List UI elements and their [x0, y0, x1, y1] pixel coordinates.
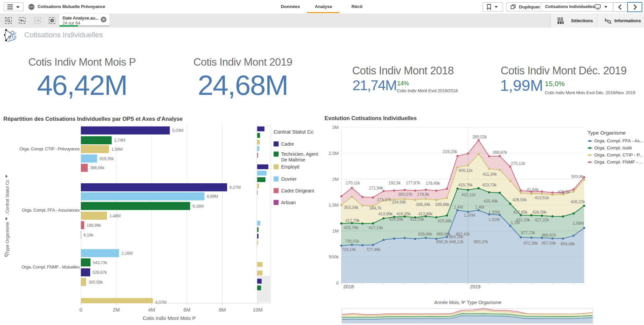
svg-text:2019: 2019 — [470, 284, 481, 289]
svg-text:344,7k: 344,7k — [369, 206, 382, 211]
svg-text:526,67k: 526,67k — [92, 270, 107, 275]
svg-text:Orga. Compl. FNMF - ...: Orga. Compl. FNMF - ... — [594, 159, 643, 165]
svg-text:Année Mois,: Année Mois, — [434, 300, 460, 305]
svg-text:828,86k: 828,86k — [418, 232, 433, 237]
svg-text:Type Organisme: Type Organisme — [5, 222, 10, 254]
svg-text:Type Organisme: Type Organisme — [467, 300, 501, 305]
svg-text:1,59M: 1,59M — [111, 147, 122, 152]
svg-text:Evolution Cotisations Individu: Evolution Cotisations Individuelles — [325, 115, 417, 121]
svg-text:1,48M: 1,48M — [109, 214, 120, 218]
svg-text:Contrat Statut Cc: Contrat Statut Cc — [274, 129, 314, 135]
svg-text:2M: 2M — [332, 177, 339, 182]
svg-text:735,01k: 735,01k — [345, 239, 360, 244]
svg-text:855,2k: 855,2k — [436, 240, 449, 244]
svg-text:543,73k: 543,73k — [93, 260, 107, 265]
svg-text:4,07M: 4,07M — [155, 300, 166, 305]
svg-text:413,99k: 413,99k — [378, 212, 393, 216]
svg-text:189,99k: 189,99k — [87, 223, 101, 228]
svg-text:500k: 500k — [329, 254, 339, 259]
svg-text:6M: 6M — [183, 307, 190, 313]
svg-text:Orga. Compl. FFA - Assurances: Orga. Compl. FFA - Assurances — [22, 208, 80, 213]
svg-text:877,73k: 877,73k — [521, 230, 536, 235]
svg-text:8,27M: 8,27M — [229, 185, 240, 190]
svg-text:416,35k: 416,35k — [396, 212, 411, 216]
svg-text:170,11k: 170,11k — [346, 181, 360, 185]
svg-text:300,59k: 300,59k — [88, 280, 103, 285]
svg-text:386,56k: 386,56k — [90, 166, 105, 170]
svg-text:2,5M: 2,5M — [329, 151, 339, 156]
svg-text:6,99M: 6,99M — [207, 194, 218, 199]
svg-text:503,8k: 503,8k — [571, 174, 584, 179]
svg-text:848,12k: 848,12k — [449, 240, 464, 244]
svg-text:Cotis Indiv Mont Mois P: Cotis Indiv Mont Mois P — [143, 315, 196, 321]
svg-text:219,25k: 219,25k — [443, 149, 458, 154]
svg-text:Orga. Compl. FFA - As...: Orga. Compl. FFA - As... — [594, 138, 643, 143]
svg-text:5,03M: 5,03M — [172, 128, 183, 133]
svg-text:427,95k: 427,95k — [513, 210, 528, 215]
svg-text:Répartition des Cotisations In: Répartition des Cotisations Individuelle… — [3, 116, 183, 122]
svg-text:426,55k: 426,55k — [513, 197, 527, 202]
svg-text:275,12k: 275,12k — [511, 161, 526, 166]
svg-text:413,51k: 413,51k — [535, 195, 550, 200]
svg-text:350,07k: 350,07k — [398, 192, 413, 197]
svg-text:353,34k: 353,34k — [344, 205, 359, 210]
svg-text:,: , — [5, 214, 10, 215]
svg-text:1,1M: 1,1M — [511, 220, 520, 225]
svg-text:412,03k: 412,03k — [410, 217, 425, 222]
svg-text:De Maîtrise: De Maîtrise — [281, 157, 305, 162]
svg-text:171,94k: 171,94k — [369, 186, 384, 190]
svg-text:B: B — [14, 35, 16, 39]
svg-text:426,22k: 426,22k — [571, 200, 585, 204]
svg-text:1,5M: 1,5M — [329, 203, 339, 208]
svg-text:1,4M: 1,4M — [475, 205, 484, 210]
svg-text:415,76k: 415,76k — [458, 183, 473, 187]
svg-text:919,35k: 919,35k — [100, 156, 114, 161]
svg-text:265,02k: 265,02k — [472, 135, 487, 139]
svg-text:Cadre: Cadre — [281, 141, 294, 147]
svg-text:Artisan: Artisan — [281, 200, 296, 205]
svg-text:868,67k: 868,67k — [542, 233, 557, 238]
svg-text:417,14k: 417,14k — [369, 225, 383, 230]
svg-text:427,32k: 427,32k — [535, 218, 550, 222]
svg-text:422,11k: 422,11k — [461, 192, 476, 197]
svg-text:727,46k: 727,46k — [366, 247, 381, 252]
svg-text:Technicien, Agent: Technicien, Agent — [281, 151, 318, 157]
svg-text:0: 0 — [79, 307, 82, 313]
svg-text:Ouvrier: Ouvrier — [281, 176, 297, 182]
svg-text:178,9k: 178,9k — [417, 192, 429, 197]
svg-text:0: 0 — [336, 281, 339, 286]
svg-text:Orga. Compl. CTIP - Prévoyance: Orga. Compl. CTIP - Prévoyance — [20, 146, 80, 151]
svg-text:425,49k: 425,49k — [484, 199, 498, 204]
svg-text:Cadre Dirigeant: Cadre Dirigeant — [281, 188, 314, 193]
svg-text:1M: 1M — [332, 228, 339, 233]
svg-text:872,36k: 872,36k — [524, 241, 538, 246]
svg-text:192,3k: 192,3k — [388, 181, 401, 185]
svg-text:334,58k: 334,58k — [392, 200, 407, 205]
svg-text:417,79k: 417,79k — [345, 218, 360, 223]
svg-text:10M: 10M — [253, 307, 263, 313]
svg-text:850,37k: 850,37k — [474, 240, 489, 244]
svg-text:Orga. Compl. CTIP - P...: Orga. Compl. CTIP - P... — [594, 152, 643, 157]
svg-text:Type Organisme: Type Organisme — [588, 130, 626, 136]
svg-text:1,4M: 1,4M — [454, 205, 463, 210]
svg-text:884,18k: 884,18k — [449, 234, 464, 239]
svg-text:Employé: Employé — [281, 164, 300, 170]
svg-text:Contrat Statut Cc: Contrat Statut Cc — [5, 180, 10, 213]
svg-text:178,49k: 178,49k — [426, 181, 441, 186]
svg-text:413,98k: 413,98k — [418, 212, 433, 216]
svg-text:2018: 2018 — [343, 284, 354, 289]
svg-text:3M: 3M — [332, 125, 339, 130]
svg-text:Orga. Compl. FNMF - Mutuelles: Orga. Compl. FNMF - Mutuelles — [22, 264, 80, 269]
svg-text:414,59k: 414,59k — [389, 217, 404, 222]
svg-text:6,18k: 6,18k — [83, 233, 93, 238]
svg-text:171,37k: 171,37k — [377, 197, 392, 202]
svg-text:177,87k: 177,87k — [406, 181, 421, 185]
svg-text:409,11k: 409,11k — [458, 168, 473, 173]
svg-text:335,66k: 335,66k — [435, 202, 450, 207]
svg-text:8M: 8M — [219, 307, 226, 313]
svg-text:1,37M: 1,37M — [464, 213, 475, 218]
svg-text:425,76k: 425,76k — [344, 225, 359, 230]
svg-text:336,34k: 336,34k — [416, 202, 431, 207]
svg-text:1,31M: 1,31M — [488, 217, 500, 222]
svg-text:1,74M: 1,74M — [114, 138, 125, 143]
